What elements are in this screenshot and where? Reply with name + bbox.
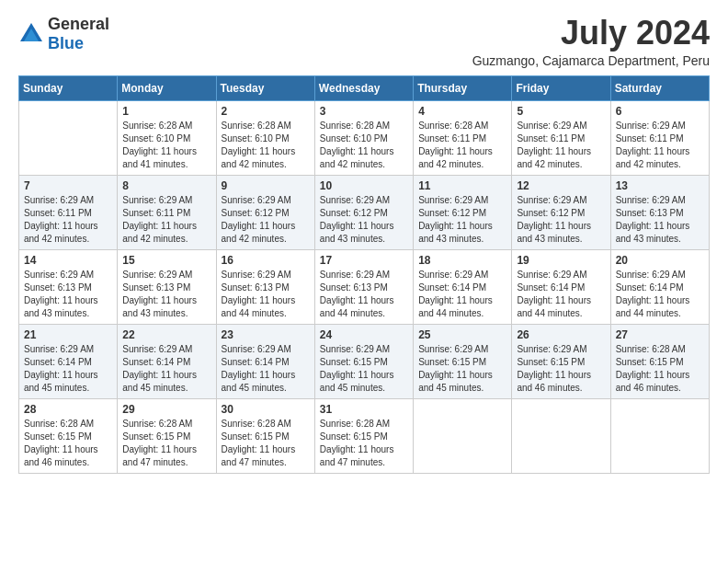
header-monday: Monday xyxy=(118,75,216,100)
cell-info: Sunrise: 6:28 AMSunset: 6:10 PMDaylight:… xyxy=(222,120,310,171)
day-number: 31 xyxy=(320,403,408,416)
calendar-table: SundayMondayTuesdayWednesdayThursdayFrid… xyxy=(18,75,710,474)
day-number: 9 xyxy=(222,179,310,192)
cell-info: Sunrise: 6:29 AMSunset: 6:14 PMDaylight:… xyxy=(122,343,210,395)
day-number: 27 xyxy=(616,328,704,341)
header-tuesday: Tuesday xyxy=(216,75,314,100)
day-number: 3 xyxy=(320,105,408,118)
cell-info: Sunrise: 6:29 AMSunset: 6:12 PMDaylight:… xyxy=(418,194,506,246)
calendar-week-1: 1Sunrise: 6:28 AMSunset: 6:10 PMDaylight… xyxy=(19,100,710,175)
cell-info: Sunrise: 6:28 AMSunset: 6:15 PMDaylight:… xyxy=(122,418,210,469)
calendar-cell: 15Sunrise: 6:29 AMSunset: 6:13 PMDayligh… xyxy=(118,249,216,324)
cell-info: Sunrise: 6:29 AMSunset: 6:14 PMDaylight:… xyxy=(222,343,310,395)
day-number: 16 xyxy=(222,254,310,267)
cell-info: Sunrise: 6:28 AMSunset: 6:15 PMDaylight:… xyxy=(222,418,310,469)
calendar-cell: 25Sunrise: 6:29 AMSunset: 6:15 PMDayligh… xyxy=(414,324,512,398)
cell-info: Sunrise: 6:29 AMSunset: 6:14 PMDaylight:… xyxy=(24,343,112,395)
cell-info: Sunrise: 6:29 AMSunset: 6:13 PMDaylight:… xyxy=(122,269,210,320)
cell-info: Sunrise: 6:28 AMSunset: 6:15 PMDaylight:… xyxy=(320,418,408,469)
day-number: 7 xyxy=(24,179,112,192)
day-number: 25 xyxy=(418,328,506,341)
day-number: 11 xyxy=(418,179,506,192)
location-subtitle: Guzmango, Cajamarca Department, Peru xyxy=(472,53,710,68)
calendar-cell: 11Sunrise: 6:29 AMSunset: 6:12 PMDayligh… xyxy=(414,175,512,249)
calendar-week-2: 7Sunrise: 6:29 AMSunset: 6:11 PMDaylight… xyxy=(19,175,710,249)
day-number: 18 xyxy=(418,254,506,267)
day-number: 1 xyxy=(122,105,210,118)
logo-blue: Blue xyxy=(48,34,84,52)
day-number: 5 xyxy=(517,105,605,118)
cell-info: Sunrise: 6:29 AMSunset: 6:11 PMDaylight:… xyxy=(517,120,605,171)
day-number: 15 xyxy=(122,254,210,267)
day-number: 20 xyxy=(616,254,704,267)
day-number: 13 xyxy=(616,179,704,192)
day-number: 4 xyxy=(418,105,506,118)
calendar-week-4: 21Sunrise: 6:29 AMSunset: 6:14 PMDayligh… xyxy=(19,324,710,398)
calendar-cell: 21Sunrise: 6:29 AMSunset: 6:14 PMDayligh… xyxy=(19,324,118,398)
cell-info: Sunrise: 6:29 AMSunset: 6:12 PMDaylight:… xyxy=(517,194,605,246)
calendar-cell: 1Sunrise: 6:28 AMSunset: 6:10 PMDaylight… xyxy=(118,100,216,175)
day-number: 6 xyxy=(616,105,704,118)
title-section: July 2024 Guzmango, Cajamarca Department… xyxy=(472,15,710,68)
header-thursday: Thursday xyxy=(414,75,512,100)
logo-text: General Blue xyxy=(48,15,109,53)
cell-info: Sunrise: 6:29 AMSunset: 6:13 PMDaylight:… xyxy=(320,269,408,320)
calendar-cell: 22Sunrise: 6:29 AMSunset: 6:14 PMDayligh… xyxy=(118,324,216,398)
calendar-week-5: 28Sunrise: 6:28 AMSunset: 6:15 PMDayligh… xyxy=(19,398,710,473)
header-sunday: Sunday xyxy=(19,75,118,100)
cell-info: Sunrise: 6:29 AMSunset: 6:14 PMDaylight:… xyxy=(418,269,506,320)
calendar-cell xyxy=(414,398,512,473)
day-number: 26 xyxy=(517,328,605,341)
calendar-cell: 26Sunrise: 6:29 AMSunset: 6:15 PMDayligh… xyxy=(512,324,610,398)
header-saturday: Saturday xyxy=(610,75,709,100)
cell-info: Sunrise: 6:29 AMSunset: 6:14 PMDaylight:… xyxy=(616,269,704,320)
cell-info: Sunrise: 6:29 AMSunset: 6:11 PMDaylight:… xyxy=(616,120,704,171)
calendar-cell: 8Sunrise: 6:29 AMSunset: 6:11 PMDaylight… xyxy=(118,175,216,249)
day-number: 10 xyxy=(320,179,408,192)
cell-info: Sunrise: 6:28 AMSunset: 6:15 PMDaylight:… xyxy=(24,418,112,469)
month-year-title: July 2024 xyxy=(472,15,710,52)
cell-info: Sunrise: 6:28 AMSunset: 6:10 PMDaylight:… xyxy=(122,120,210,171)
day-number: 8 xyxy=(122,179,210,192)
day-number: 22 xyxy=(122,328,210,341)
calendar-week-3: 14Sunrise: 6:29 AMSunset: 6:13 PMDayligh… xyxy=(19,249,710,324)
day-number: 12 xyxy=(517,179,605,192)
cell-info: Sunrise: 6:29 AMSunset: 6:15 PMDaylight:… xyxy=(418,343,506,395)
cell-info: Sunrise: 6:29 AMSunset: 6:11 PMDaylight:… xyxy=(122,194,210,246)
day-number: 30 xyxy=(222,403,310,416)
calendar-cell: 18Sunrise: 6:29 AMSunset: 6:14 PMDayligh… xyxy=(414,249,512,324)
day-number: 21 xyxy=(24,328,112,341)
calendar-cell: 7Sunrise: 6:29 AMSunset: 6:11 PMDaylight… xyxy=(19,175,118,249)
cell-info: Sunrise: 6:29 AMSunset: 6:13 PMDaylight:… xyxy=(616,194,704,246)
cell-info: Sunrise: 6:28 AMSunset: 6:11 PMDaylight:… xyxy=(418,120,506,171)
calendar-cell: 3Sunrise: 6:28 AMSunset: 6:10 PMDaylight… xyxy=(314,100,413,175)
calendar-cell: 30Sunrise: 6:28 AMSunset: 6:15 PMDayligh… xyxy=(216,398,314,473)
calendar-cell: 6Sunrise: 6:29 AMSunset: 6:11 PMDaylight… xyxy=(610,100,709,175)
logo: General Blue xyxy=(18,15,109,53)
cell-info: Sunrise: 6:29 AMSunset: 6:13 PMDaylight:… xyxy=(222,269,310,320)
calendar-cell: 29Sunrise: 6:28 AMSunset: 6:15 PMDayligh… xyxy=(118,398,216,473)
day-number: 2 xyxy=(222,105,310,118)
calendar-cell: 9Sunrise: 6:29 AMSunset: 6:12 PMDaylight… xyxy=(216,175,314,249)
cell-info: Sunrise: 6:28 AMSunset: 6:15 PMDaylight:… xyxy=(616,343,704,395)
calendar-cell: 28Sunrise: 6:28 AMSunset: 6:15 PMDayligh… xyxy=(19,398,118,473)
calendar-cell: 2Sunrise: 6:28 AMSunset: 6:10 PMDaylight… xyxy=(216,100,314,175)
calendar-cell: 27Sunrise: 6:28 AMSunset: 6:15 PMDayligh… xyxy=(610,324,709,398)
calendar-cell: 14Sunrise: 6:29 AMSunset: 6:13 PMDayligh… xyxy=(19,249,118,324)
cell-info: Sunrise: 6:29 AMSunset: 6:14 PMDaylight:… xyxy=(517,269,605,320)
day-number: 29 xyxy=(122,403,210,416)
logo-general: General xyxy=(48,15,109,33)
calendar-cell xyxy=(19,100,118,175)
calendar-header-row: SundayMondayTuesdayWednesdayThursdayFrid… xyxy=(19,75,710,100)
calendar-cell xyxy=(512,398,610,473)
logo-icon xyxy=(18,21,44,47)
calendar-cell: 17Sunrise: 6:29 AMSunset: 6:13 PMDayligh… xyxy=(314,249,413,324)
day-number: 24 xyxy=(320,328,408,341)
calendar-cell: 31Sunrise: 6:28 AMSunset: 6:15 PMDayligh… xyxy=(314,398,413,473)
calendar-cell: 10Sunrise: 6:29 AMSunset: 6:12 PMDayligh… xyxy=(314,175,413,249)
day-number: 14 xyxy=(24,254,112,267)
calendar-cell: 20Sunrise: 6:29 AMSunset: 6:14 PMDayligh… xyxy=(610,249,709,324)
cell-info: Sunrise: 6:29 AMSunset: 6:12 PMDaylight:… xyxy=(222,194,310,246)
calendar-cell: 12Sunrise: 6:29 AMSunset: 6:12 PMDayligh… xyxy=(512,175,610,249)
calendar-cell: 19Sunrise: 6:29 AMSunset: 6:14 PMDayligh… xyxy=(512,249,610,324)
